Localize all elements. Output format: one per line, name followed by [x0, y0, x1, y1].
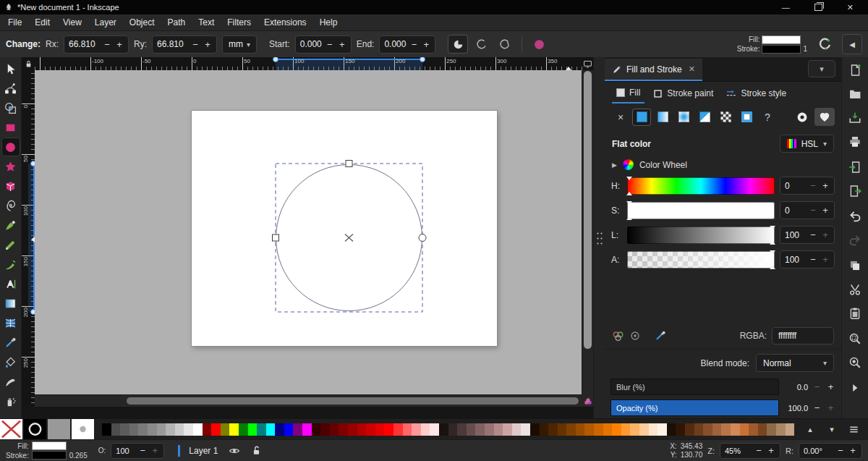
- fill-swatch[interactable]: [33, 442, 66, 449]
- palette-swatch[interactable]: [129, 423, 139, 436]
- palette-swatch[interactable]: [203, 423, 212, 436]
- palette-swatch[interactable]: [430, 423, 439, 436]
- rgb-circles-icon[interactable]: [612, 330, 624, 342]
- toolbar-collapse-button[interactable]: ◀: [842, 34, 862, 54]
- vertical-scrollbar[interactable]: [582, 70, 593, 407]
- palette-swatch[interactable]: [566, 423, 576, 436]
- arc-mode-arc-button[interactable]: [471, 35, 491, 54]
- palette-swatch[interactable]: [284, 423, 294, 436]
- palette-swatch[interactable]: [758, 423, 767, 436]
- palette-swatch[interactable]: [667, 423, 676, 436]
- arc-mode-chord-button[interactable]: [494, 35, 514, 54]
- palette-special-none[interactable]: [0, 419, 22, 439]
- palette-swatch[interactable]: [184, 423, 193, 436]
- palette-swatch[interactable]: [393, 423, 403, 436]
- alpha-decrement[interactable]: −: [809, 254, 817, 265]
- palette-swatch[interactable]: [721, 423, 731, 436]
- palette-swatch[interactable]: [658, 423, 667, 436]
- tool-rectangle[interactable]: [1, 118, 20, 137]
- duplicate-button[interactable]: [846, 256, 864, 275]
- object-opacity-spinbox[interactable]: 100 − +: [111, 443, 164, 459]
- palette-swatch[interactable]: [475, 423, 485, 436]
- tab-fill[interactable]: Fill: [612, 87, 644, 103]
- more-button[interactable]: [846, 378, 864, 397]
- tool-pencil[interactable]: [1, 235, 20, 254]
- palette-swatch[interactable]: [293, 423, 302, 436]
- tool-spray[interactable]: [1, 392, 20, 410]
- palette-special-black-circle[interactable]: [24, 419, 46, 439]
- palette-swatch[interactable]: [175, 423, 184, 436]
- tab-stroke-style[interactable]: Stroke style: [722, 87, 791, 103]
- redo-button[interactable]: [846, 231, 864, 250]
- rx-input[interactable]: 66.810 − +: [64, 35, 129, 54]
- tool-dropper[interactable]: [1, 333, 20, 352]
- palette-special-white-dot[interactable]: [72, 419, 94, 439]
- menu-path[interactable]: Path: [161, 16, 192, 29]
- hue-slider[interactable]: [627, 177, 775, 195]
- palette-swatch[interactable]: [767, 423, 776, 436]
- tool-pen[interactable]: [1, 216, 20, 234]
- paint-mesh-gradient-button[interactable]: [695, 109, 714, 126]
- palette-swatch[interactable]: [776, 423, 786, 436]
- palette-swatch[interactable]: [111, 423, 121, 436]
- palette-swatch[interactable]: [649, 423, 658, 436]
- vertical-ruler[interactable]: 050100150200250: [22, 70, 35, 407]
- lightness-decrement[interactable]: −: [809, 229, 817, 240]
- menu-extensions[interactable]: Extensions: [258, 16, 313, 29]
- rx-increment[interactable]: +: [115, 39, 124, 50]
- fill-rule-nonzero-button[interactable]: [814, 108, 835, 126]
- cut-button[interactable]: [846, 280, 864, 299]
- restore-button[interactable]: [814, 4, 822, 11]
- palette-swatch[interactable]: [530, 423, 540, 436]
- rotation-spinbox[interactable]: 0.00° − +: [799, 443, 862, 459]
- stroke-swatch[interactable]: [33, 452, 66, 459]
- palette-swatch[interactable]: [467, 423, 476, 436]
- tool-mesh-gradient[interactable]: [1, 313, 20, 332]
- saturation-increment[interactable]: +: [821, 205, 830, 216]
- palette-swatch[interactable]: [302, 423, 312, 436]
- color-management-button[interactable]: [582, 395, 593, 408]
- zoom-spinbox[interactable]: 45% − +: [720, 443, 780, 459]
- hue-increment[interactable]: +: [821, 180, 830, 191]
- menu-file[interactable]: File: [1, 16, 28, 29]
- canvas[interactable]: [35, 70, 582, 407]
- palette-swatch[interactable]: [257, 423, 266, 436]
- ry-input[interactable]: 66.810 − +: [152, 35, 217, 54]
- blur-increment[interactable]: +: [826, 381, 835, 392]
- paint-pattern-button[interactable]: [716, 109, 735, 126]
- opacity-increment[interactable]: +: [826, 402, 835, 413]
- palette-swatch[interactable]: [676, 423, 685, 436]
- opacity-slider[interactable]: Opacity (%): [610, 399, 779, 416]
- opacity-increment[interactable]: +: [150, 445, 159, 456]
- layer-lock-toggle[interactable]: [251, 445, 262, 456]
- palette-menu-button[interactable]: [846, 422, 861, 436]
- palette-swatch[interactable]: [521, 423, 530, 436]
- end-decrement[interactable]: −: [409, 39, 418, 50]
- export-button[interactable]: [846, 182, 864, 200]
- palette-swatch[interactable]: [211, 423, 221, 436]
- tool-selector[interactable]: [1, 59, 20, 78]
- palette-swatch[interactable]: [312, 423, 321, 436]
- layer-selector[interactable]: Layer 1: [189, 446, 218, 456]
- zoom-drawing-button[interactable]: [846, 353, 864, 372]
- menu-edit[interactable]: Edit: [28, 16, 56, 29]
- alpha-slider[interactable]: [627, 251, 775, 268]
- import-button[interactable]: [846, 158, 864, 177]
- palette-scroll-down-button[interactable]: ▾: [825, 422, 839, 436]
- hue-decrement[interactable]: −: [809, 180, 817, 191]
- palette-swatch[interactable]: [421, 423, 430, 436]
- palette-swatch[interactable]: [275, 423, 284, 436]
- palette-swatch[interactable]: [503, 423, 512, 436]
- end-increment[interactable]: +: [422, 39, 430, 50]
- tool-tweak[interactable]: [1, 372, 20, 391]
- blend-mode-dropdown[interactable]: Normal ▾: [756, 354, 834, 372]
- palette-swatch[interactable]: [694, 423, 704, 436]
- paint-unknown-button[interactable]: ?: [758, 109, 777, 126]
- palette-special-gray[interactable]: [48, 419, 70, 439]
- tool-calligraphy[interactable]: [1, 255, 20, 274]
- tool-spiral[interactable]: [1, 196, 20, 215]
- palette-swatch[interactable]: [320, 423, 330, 436]
- palette-swatch[interactable]: [266, 423, 276, 436]
- close-button[interactable]: ✕: [847, 3, 854, 12]
- alpha-increment[interactable]: +: [821, 254, 830, 265]
